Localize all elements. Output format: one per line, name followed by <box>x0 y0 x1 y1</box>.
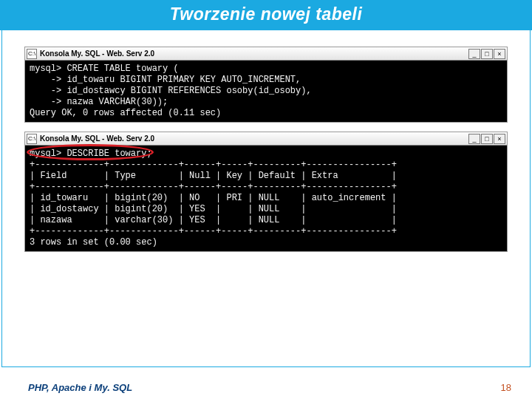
maximize-button[interactable]: □ <box>481 134 493 144</box>
titlebar: C:\ Konsola My. SQL - Web. Serv 2.0 _ □ … <box>25 132 507 146</box>
term-line: Query OK, 0 rows affected (0.11 sec) <box>30 108 221 118</box>
term-line: +-------------+-------------+------+----… <box>30 226 397 236</box>
window-title: Konsola My. SQL - Web. Serv 2.0 <box>40 134 154 143</box>
term-line: | id_dostawcy | bigint(20) | YES | | NUL… <box>30 204 397 214</box>
term-line: +-------------+-------------+------+----… <box>30 182 397 192</box>
footer-left: PHP, Apache i My. SQL <box>28 382 132 393</box>
console-window-describe: C:\ Konsola My. SQL - Web. Serv 2.0 _ □ … <box>24 132 508 252</box>
term-line: +-------------+-------------+------+----… <box>30 160 397 170</box>
term-line: 3 rows in set (0.00 sec) <box>30 237 157 248</box>
term-line: -> id_towaru BIGINT PRIMARY KEY AUTO_INC… <box>30 75 301 85</box>
terminal-output-create: mysql> CREATE TABLE towary ( -> id_towar… <box>25 61 507 122</box>
term-line: -> nazwa VARCHAR(30)); <box>30 97 168 107</box>
term-line: | Field | Type | Null | Key | Default | … <box>30 171 397 181</box>
minimize-button[interactable]: _ <box>468 134 480 144</box>
console-icon: C:\ <box>27 49 37 59</box>
term-line: mysql> CREATE TABLE towary ( <box>30 64 179 74</box>
slide-body: C:\ Konsola My. SQL - Web. Serv 2.0 _ □ … <box>1 30 531 367</box>
console-window-create: C:\ Konsola My. SQL - Web. Serv 2.0 _ □ … <box>24 47 508 123</box>
close-button[interactable]: × <box>494 134 505 144</box>
terminal-output-describe: mysql> DESCRIBE towary; +-------------+-… <box>25 146 507 251</box>
term-line: | id_towaru | bigint(20) | NO | PRI | NU… <box>30 193 397 203</box>
close-button[interactable]: × <box>494 49 505 59</box>
page-number: 18 <box>501 382 511 393</box>
term-line: | nazawa | varchar(30) | YES | | NULL | … <box>30 215 397 225</box>
term-line: -> id_dostawcy BIGINT REFERENCES osoby(i… <box>30 86 312 96</box>
maximize-button[interactable]: □ <box>481 49 493 59</box>
minimize-button[interactable]: _ <box>468 49 480 59</box>
console-icon: C:\ <box>27 134 37 144</box>
term-line: mysql> DESCRIBE towary; <box>30 149 152 159</box>
window-title: Konsola My. SQL - Web. Serv 2.0 <box>40 50 154 58</box>
slide-title: Tworzenie nowej tabeli <box>0 0 532 30</box>
titlebar: C:\ Konsola My. SQL - Web. Serv 2.0 _ □ … <box>25 47 507 61</box>
footer: PHP, Apache i My. SQL 18 <box>0 382 532 393</box>
